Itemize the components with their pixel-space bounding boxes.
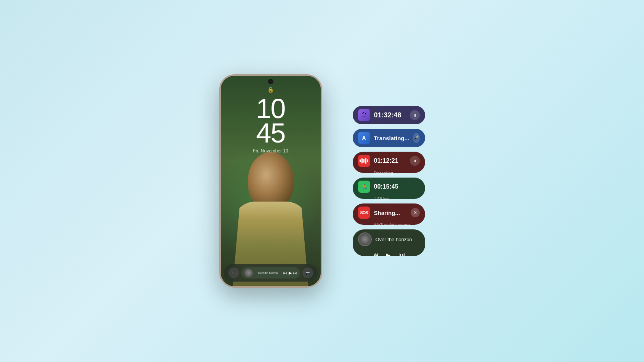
phone: 🔒 10 45 Fri, November 10 📞 Over the hori… [219,74,322,288]
phone-prev-button[interactable]: ⏮ [283,271,287,275]
wave-bar-4 [365,158,366,164]
running-icon: 🏃 [358,181,370,193]
running-notification[interactable]: 🏃 00:15:45 1.58 km [353,178,425,199]
phone-play-button[interactable]: ▶ [289,271,292,276]
sos-close-button[interactable]: ✕ [411,208,420,217]
phone-camera-button[interactable]: 📷 [302,267,313,278]
phone-call-button[interactable]: 📞 [228,267,239,278]
sos-icon: SOS [358,207,370,219]
sos-title: Sharing... [374,210,407,216]
wave-bar-3 [363,159,365,163]
notifications-panel: ⏱ 01:32:48 ⏸ A Translating... 🎤 [353,106,425,256]
translate-icon: A [358,132,370,144]
camera-notch [268,79,273,84]
running-row: 🏃 00:15:45 [358,181,420,193]
time-display: 10 45 Fri, November 10 [221,95,321,154]
person-head [248,152,294,209]
music-album-art [358,232,372,246]
phone-music-info: Over the horizon [255,272,281,274]
sos-icon-label: SOS [360,210,368,215]
recording-label: Recording... [374,171,397,175]
music-top-row: Over the horizon [353,229,425,246]
recording-time: 01:12:21 [374,157,398,164]
wave-bar-2 [361,158,363,163]
timer-pause-button[interactable]: ⏸ [410,110,420,120]
recording-icon [358,155,370,167]
translate-icon-label: A [362,135,366,141]
wave-bar-1 [360,159,361,162]
recording-pause-button[interactable]: ⏸ [410,156,420,166]
translate-text: Translating... [374,135,410,141]
running-time: 00:15:45 [374,183,398,190]
time-minute: 45 [221,119,321,147]
phone-album-art [244,269,253,277]
wave-bar-5 [367,159,368,162]
recording-row: 01:12:21 ⏸ [358,155,420,167]
phone-next-button[interactable]: ⏭ [293,271,297,275]
waveform [360,158,368,164]
recording-notification[interactable]: 01:12:21 ⏸ Recording... [353,152,425,173]
phone-music-controls: ⏮ ▶ ⏭ [283,271,297,276]
music-controls: ⏮ ▶ ⏭ [353,250,425,256]
translate-notification[interactable]: A Translating... 🎤 [353,129,425,147]
music-next-button[interactable]: ⏭ [399,251,405,256]
music-title: Over the horizon [376,237,412,242]
phone-screen: 🔒 10 45 Fri, November 10 📞 Over the hori… [221,76,321,286]
timer-icon: ⏱ [358,109,370,121]
music-play-button[interactable]: ▶ [386,251,392,256]
phone-bottom-bar: 📞 Over the horizon ⏮ ▶ ⏭ 📷 [224,264,318,282]
running-distance: 1.58 km [374,197,389,201]
lock-icon: 🔒 [267,86,274,93]
phone-music-title: Over the horizon [255,272,281,274]
timer-notification[interactable]: ⏱ 01:32:48 ⏸ [353,106,425,124]
time-date: Fri, November 10 [221,148,321,154]
sos-notification[interactable]: SOS Sharing... ✕ We'll update emerg... [353,203,425,225]
music-prev-button[interactable]: ⏮ [373,251,379,256]
sos-row: SOS Sharing... ✕ [358,207,420,219]
phone-music-pill[interactable]: Over the horizon ⏮ ▶ ⏭ [241,267,300,279]
translate-mic-button[interactable]: 🎤 [413,133,419,143]
music-notification[interactable]: Over the horizon ⏮ ▶ ⏭ [353,229,425,256]
sos-subtitle: We'll update emerg... [374,223,413,227]
timer-time: 01:32:48 [374,111,406,119]
scene: 🔒 10 45 Fri, November 10 📞 Over the hori… [219,74,425,288]
